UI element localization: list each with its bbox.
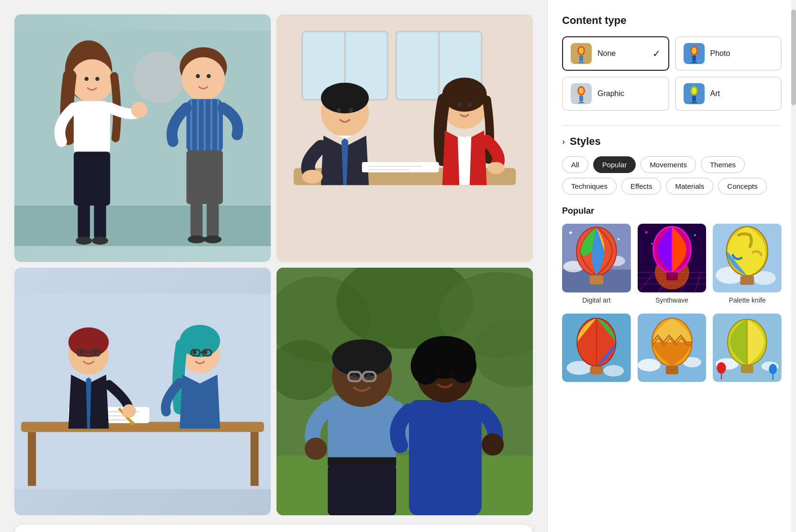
svg-point-72 [203, 350, 207, 354]
content-type-none-icon [571, 43, 592, 64]
svg-point-61 [93, 350, 97, 354]
svg-point-7 [131, 102, 147, 118]
content-type-photo-label: Photo [710, 49, 730, 58]
style-tabs: All Popular Movements Themes Techniques … [562, 156, 782, 195]
popular-item-digital-art[interactable]: ✦ ✦ Digital art [562, 224, 631, 304]
svg-rect-9 [78, 199, 90, 239]
svg-point-44 [487, 162, 505, 174]
bottom-item-3[interactable] [713, 314, 782, 382]
scrollbar-track[interactable] [791, 0, 796, 532]
content-type-none-label: None [597, 49, 616, 58]
svg-rect-106 [692, 55, 696, 61]
check-icon: ✓ [652, 48, 661, 59]
svg-point-60 [80, 350, 84, 354]
svg-point-71 [192, 350, 196, 354]
svg-rect-90 [328, 464, 396, 515]
svg-point-39 [302, 170, 323, 184]
content-type-graphic-label: Graphic [597, 89, 624, 98]
svg-rect-48 [14, 294, 271, 489]
svg-point-36 [321, 83, 369, 113]
svg-point-88 [305, 438, 327, 460]
popular-grid: ✦ ✦ Digital art [562, 224, 782, 304]
right-panel: Content type None ✓ [547, 0, 796, 532]
svg-point-142 [651, 243, 652, 244]
svg-rect-139 [666, 272, 678, 281]
content-type-art[interactable]: Art [675, 76, 782, 111]
content-type-photo[interactable]: Photo [675, 36, 782, 71]
svg-point-157 [638, 358, 661, 371]
svg-rect-45 [362, 162, 439, 172]
svg-point-13 [134, 52, 185, 103]
svg-point-141 [694, 234, 696, 236]
styles-title: Styles [570, 135, 601, 148]
svg-point-17 [207, 74, 210, 78]
svg-rect-172 [741, 365, 753, 373]
content-type-graphic[interactable]: Graphic [562, 76, 669, 111]
scrollbar-thumb[interactable] [791, 10, 796, 105]
tab-materials[interactable]: Materials [666, 178, 713, 195]
svg-point-15 [182, 57, 225, 100]
svg-point-97 [449, 370, 454, 376]
svg-rect-148 [741, 276, 754, 285]
svg-point-113 [692, 87, 696, 94]
image-cartoon-desk[interactable] [14, 268, 271, 515]
content-type-none[interactable]: None ✓ [562, 36, 669, 71]
svg-point-95 [449, 349, 476, 383]
content-type-art-icon [684, 83, 705, 104]
svg-rect-10 [94, 199, 106, 239]
content-type-title: Content type [562, 14, 782, 27]
svg-point-37 [337, 108, 341, 112]
svg-point-96 [435, 370, 441, 376]
prompt-bar: Two people having a discussion Refresh [14, 525, 533, 532]
svg-point-3 [70, 59, 113, 102]
content-type-graphic-icon [571, 83, 592, 104]
svg-rect-8 [74, 152, 110, 206]
popular-item-synthwave-label: Synthwave [655, 296, 688, 304]
svg-rect-155 [590, 366, 603, 374]
content-type-grid: None ✓ Photo [562, 36, 782, 111]
svg-rect-26 [207, 197, 219, 238]
svg-rect-161 [665, 366, 678, 374]
content-type-art-label: Art [710, 89, 720, 98]
content-type-photo-icon [684, 43, 705, 64]
chevron-right-icon: › [562, 137, 565, 147]
svg-rect-49 [21, 422, 264, 432]
svg-point-170 [769, 364, 777, 374]
image-cartoon-meeting[interactable] [276, 14, 533, 262]
image-photo-people[interactable] [276, 268, 533, 515]
popular-item-palette-knife-label: Palette knife [729, 296, 766, 304]
bottom-item-1[interactable] [562, 314, 631, 382]
svg-point-101 [579, 47, 584, 54]
svg-point-28 [204, 235, 221, 243]
tab-effects[interactable]: Effects [621, 178, 662, 195]
svg-rect-114 [692, 96, 696, 101]
image-cartoon-standing[interactable] [14, 14, 271, 262]
tab-themes[interactable]: Themes [701, 156, 745, 173]
svg-point-94 [411, 347, 442, 385]
tab-movements[interactable]: Movements [641, 156, 696, 173]
svg-point-27 [188, 235, 206, 243]
tab-techniques[interactable]: Techniques [562, 178, 617, 195]
tab-popular[interactable]: Popular [593, 156, 636, 173]
svg-rect-51 [251, 432, 259, 486]
svg-rect-122 [589, 275, 603, 284]
popular-item-synthwave-img [638, 224, 707, 293]
tab-all[interactable]: All [562, 156, 588, 173]
svg-point-109 [579, 87, 584, 94]
bottom-grid [562, 314, 782, 382]
svg-point-82 [332, 339, 392, 377]
bottom-item-2[interactable] [638, 314, 707, 382]
tab-concepts[interactable]: Concepts [718, 178, 766, 195]
svg-rect-24 [187, 150, 223, 204]
svg-point-38 [349, 108, 353, 112]
svg-rect-25 [190, 197, 202, 238]
popular-item-palette-knife[interactable]: Palette knife [713, 224, 782, 304]
popular-item-synthwave[interactable]: Synthwave [638, 224, 707, 304]
svg-point-42 [457, 103, 462, 107]
svg-point-140 [645, 231, 647, 234]
popular-title: Popular [562, 206, 782, 216]
svg-point-16 [196, 74, 199, 78]
styles-header[interactable]: › Styles [562, 135, 782, 148]
svg-point-5 [95, 77, 99, 81]
svg-point-65 [122, 404, 136, 418]
